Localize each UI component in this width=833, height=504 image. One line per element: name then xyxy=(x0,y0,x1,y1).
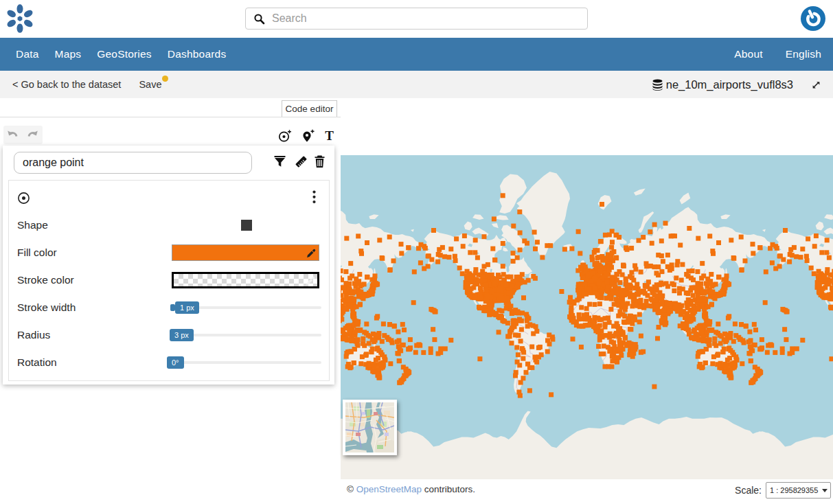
add-mark-rule-button[interactable] xyxy=(277,128,293,144)
search-box xyxy=(245,8,588,30)
radius-label: Radius xyxy=(17,329,50,341)
shape-value-swatch[interactable] xyxy=(241,220,252,231)
power-button[interactable] xyxy=(801,6,825,31)
stroke-width-slider[interactable]: 1 px xyxy=(172,306,321,309)
svg-text:T: T xyxy=(325,129,334,143)
undo-redo-group xyxy=(3,126,43,144)
filter-icon[interactable] xyxy=(273,154,286,168)
stroke-color-swatch[interactable] xyxy=(172,272,319,288)
background-selector-thumbnail[interactable] xyxy=(343,400,397,455)
code-editor-button[interactable]: Code editor xyxy=(282,100,337,117)
save-button[interactable]: Save xyxy=(139,79,161,90)
rotation-value[interactable]: 0° xyxy=(167,356,184,369)
openstreetmap-link[interactable]: OpenStreetMap xyxy=(356,484,422,494)
map-preview-area: © OpenStreetMap contributors. Scale: 1 :… xyxy=(341,98,833,504)
rotation-slider[interactable]: 0° xyxy=(172,361,321,364)
add-text-rule-button[interactable]: T xyxy=(323,129,335,143)
rotation-label: Rotation xyxy=(17,356,57,369)
search-icon xyxy=(253,13,265,25)
rule-name-input[interactable] xyxy=(14,152,252,174)
map-footer: © OpenStreetMap contributors. Scale: 1 :… xyxy=(341,479,833,504)
search-input[interactable] xyxy=(272,12,587,25)
radius-slider[interactable]: 3 px xyxy=(172,334,321,336)
add-icon-rule-button[interactable] xyxy=(301,128,316,144)
geonode-style-editor-page: Data Maps GeoStories Dashboards About En… xyxy=(0,0,833,504)
fill-color-label: Fill color xyxy=(17,247,57,259)
redo-button[interactable] xyxy=(23,126,42,144)
shape-label: Shape xyxy=(17,219,48,231)
undo-button[interactable] xyxy=(3,126,23,144)
fill-color-swatch[interactable] xyxy=(172,244,319,261)
rotation-row: Rotation 0° xyxy=(17,349,321,376)
back-to-dataset-link[interactable]: < Go back to the dataset xyxy=(12,79,121,90)
fill-color-row: Fill color xyxy=(17,239,321,266)
map-canvas[interactable] xyxy=(341,155,833,479)
radius-row: Radius 3 px xyxy=(17,321,321,349)
dataset-title: ne_10m_airports_vufl8s3 xyxy=(652,78,793,91)
nav-item-language[interactable]: English xyxy=(786,48,821,60)
nav-item-geostories[interactable]: GeoStories xyxy=(97,48,152,60)
main-navbar: Data Maps GeoStories Dashboards About En… xyxy=(0,38,833,71)
dataset-toolbar: < Go back to the dataset Save ne_10m_air… xyxy=(0,71,833,98)
editor-divider xyxy=(0,117,341,117)
stroke-color-row: Stroke color xyxy=(17,266,321,294)
geonode-logo[interactable] xyxy=(5,3,34,34)
symbolizer-header-row xyxy=(17,189,321,209)
stroke-width-row: Stroke width 1 px xyxy=(17,294,321,321)
kebab-menu-icon[interactable] xyxy=(312,190,316,204)
stroke-width-value[interactable]: 1 px xyxy=(175,301,199,314)
point-symbolizer-icon xyxy=(17,192,30,205)
stroke-width-label: Stroke width xyxy=(17,301,76,314)
eyedropper-icon xyxy=(306,248,317,259)
expand-icon[interactable] xyxy=(811,80,821,90)
unsaved-changes-badge xyxy=(162,76,168,82)
header xyxy=(0,0,833,38)
rule-header xyxy=(3,146,334,180)
eyedropper-icon xyxy=(305,275,316,286)
add-rule-toolbar: T xyxy=(277,127,335,145)
trash-icon[interactable] xyxy=(314,154,326,168)
ruler-icon[interactable] xyxy=(294,154,308,169)
logo-center xyxy=(18,16,23,21)
nav-item-maps[interactable]: Maps xyxy=(55,48,82,60)
nav-item-about[interactable]: About xyxy=(734,48,763,60)
database-icon xyxy=(652,79,663,91)
stroke-color-label: Stroke color xyxy=(17,274,74,286)
scale-select[interactable]: 1 : 295829355 xyxy=(766,482,831,499)
symbolizer-panel: Shape Fill color Stroke color xyxy=(8,180,330,381)
style-rule-card: Shape Fill color Stroke color xyxy=(3,146,334,385)
nav-item-data[interactable]: Data xyxy=(16,48,39,60)
nav-item-dashboards[interactable]: Dashboards xyxy=(168,48,227,60)
scale-label: Scale: xyxy=(735,485,762,496)
radius-value[interactable]: 3 px xyxy=(170,329,194,341)
map-attribution: © OpenStreetMap contributors. xyxy=(347,484,475,494)
shape-row: Shape xyxy=(17,211,321,239)
